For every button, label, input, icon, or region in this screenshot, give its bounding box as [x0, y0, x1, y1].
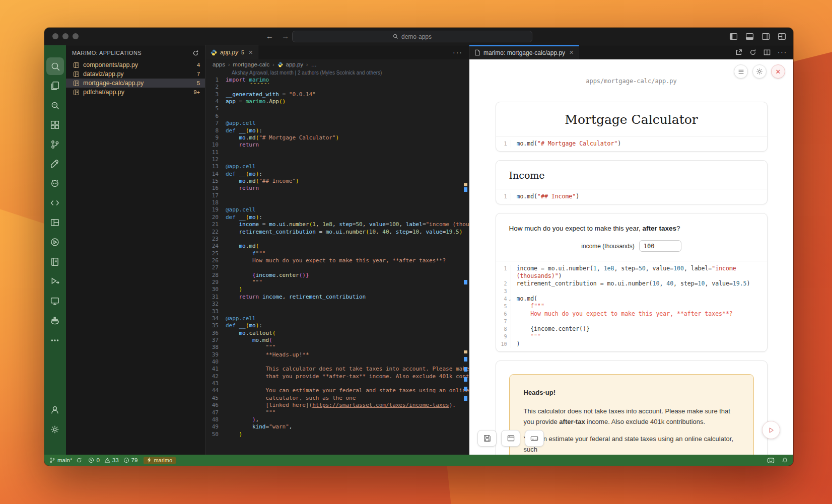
code-line[interactable]: 11	[205, 149, 469, 156]
breadcrumb-item[interactable]: app.py	[286, 61, 304, 67]
file-item[interactable]: mortgage-calc/app.py5	[66, 79, 205, 88]
code-line[interactable]: 6 How much do you expect to make this ye…	[496, 310, 767, 318]
git-branch-status[interactable]: main*	[49, 457, 82, 463]
code-line[interactable]: 4⌄mo.md(	[496, 295, 767, 303]
open-browser-button[interactable]	[501, 430, 520, 447]
command-center-search[interactable]: demo-apps	[292, 31, 532, 42]
code-line[interactable]: 23	[205, 236, 469, 243]
back-arrow-icon[interactable]: ←	[266, 32, 273, 40]
code-line[interactable]: 1import marimo	[205, 77, 469, 84]
window-zoom-button[interactable]	[73, 33, 79, 39]
split-editor-icon[interactable]	[764, 49, 771, 56]
activity-bar-item-rocket[interactable]	[46, 156, 64, 173]
cell-code[interactable]: 1mo.md("## Income")	[496, 189, 767, 204]
code-line[interactable]: 39 **Heads-up!**	[205, 351, 469, 358]
refresh-icon[interactable]	[749, 49, 756, 56]
cell-code[interactable]: 1income = mo.ui.number(1, 1e8, step=50, …	[496, 261, 767, 351]
code-line[interactable]: (thousands)")	[496, 272, 767, 280]
activity-bar-item-notebook[interactable]	[46, 253, 64, 271]
code-line[interactable]: 8def __(mo):	[205, 127, 469, 134]
tab-close-icon[interactable]: ✕	[569, 49, 574, 56]
code-line[interactable]: 7	[496, 318, 767, 325]
code-line[interactable]: 1mo.md("## Income")	[496, 193, 767, 200]
code-line[interactable]: 9 mo.md("# Mortgage Calculator")	[205, 134, 469, 141]
code-line[interactable]: 16 return	[205, 185, 469, 192]
file-item[interactable]: dataviz/app.py7	[66, 69, 205, 79]
code-line[interactable]: 48 ),	[205, 416, 469, 423]
marimo-status-badge[interactable]: marimo	[144, 457, 176, 464]
activity-bar-item-search[interactable]	[46, 57, 64, 75]
code-line[interactable]: 29 """	[205, 279, 469, 286]
code-line[interactable]: 28 {income.center()}	[205, 272, 469, 279]
code-line[interactable]: 3__generated_with = "0.0.14"	[205, 91, 469, 98]
cell-code[interactable]: 1mo.md("# Mortgage Calculator")	[496, 136, 767, 151]
code-line[interactable]: 35def __(mo):	[205, 322, 469, 329]
menu-icon[interactable]	[734, 64, 748, 79]
activity-bar-item-more[interactable]	[46, 332, 64, 349]
code-line[interactable]: 3	[496, 287, 767, 295]
save-button[interactable]	[477, 430, 497, 447]
window-close-button[interactable]	[52, 33, 58, 39]
breadcrumb-item[interactable]: apps	[213, 61, 225, 67]
activity-bar-item-blocks[interactable]	[46, 116, 64, 134]
activity-bar-item-pages[interactable]	[46, 77, 64, 95]
code-line[interactable]: 40	[205, 358, 469, 366]
activity-bar-item-arrows[interactable]	[46, 194, 64, 212]
code-line[interactable]: 1mo.md("# Mortgage Calculator")	[496, 140, 767, 148]
code-line[interactable]: 49 kind="warn",	[205, 423, 469, 430]
code-line[interactable]: 43	[205, 380, 469, 387]
code-line[interactable]: 8 {income.center()}	[496, 325, 767, 333]
code-line[interactable]: 44 You can estimate your federal and sta…	[205, 387, 469, 394]
activity-bar-item-zoom[interactable]	[46, 97, 64, 114]
code-line[interactable]: 50 )	[205, 431, 469, 438]
code-line[interactable]: 42 that you provide **after-tax** income…	[205, 373, 469, 380]
code-line[interactable]: 6	[205, 113, 469, 120]
toggle-secondary-sidebar-icon[interactable]	[761, 32, 770, 41]
code-line[interactable]: 2retirement_contribution = mo.ui.number(…	[496, 280, 767, 287]
code-line[interactable]: 30 )	[205, 286, 469, 293]
tab-marimo-preview[interactable]: marimo: mortgage-calc/app.py ✕	[469, 45, 579, 59]
more-actions-icon[interactable]: ···	[778, 48, 787, 56]
more-actions-icon[interactable]: ···	[447, 45, 469, 59]
code-line[interactable]: 1income = mo.ui.number(1, 1e8, step=50, …	[496, 265, 767, 272]
breadcrumb-item[interactable]: …	[311, 61, 317, 67]
code-line[interactable]: 17	[205, 192, 469, 199]
breadcrumb[interactable]: apps› mortgage-calc› app.py› …	[205, 59, 469, 69]
activity-bar-item-github[interactable]	[46, 175, 64, 192]
toggle-panel-icon[interactable]	[745, 32, 754, 41]
activity-bar-item-settings-gear[interactable]	[46, 421, 64, 439]
code-line[interactable]: 4app = marimo.App()	[205, 98, 469, 105]
code-line[interactable]: 47 """	[205, 409, 469, 416]
activity-bar-item-docker[interactable]	[46, 312, 64, 330]
activity-bar-item-account[interactable]	[46, 401, 64, 419]
code-line[interactable]: 38 """	[205, 344, 469, 351]
code-line[interactable]: 25 f"""	[205, 250, 469, 257]
code-line[interactable]: 18	[205, 199, 469, 206]
settings-gear-icon[interactable]	[752, 64, 767, 79]
code-line[interactable]: 10)	[496, 340, 767, 348]
code-line[interactable]: 14def __(mo):	[205, 171, 469, 178]
code-line[interactable]: 22 retirement_contribution = mo.ui.numbe…	[205, 229, 469, 236]
refresh-icon[interactable]	[192, 50, 199, 56]
activity-bar-item-layout[interactable]	[46, 214, 64, 232]
code-line[interactable]: 27	[205, 264, 469, 271]
activity-bar-item-run[interactable]	[46, 273, 64, 291]
code-line[interactable]: 9 """	[496, 333, 767, 340]
code-line[interactable]: 5	[205, 105, 469, 112]
code-line[interactable]: 7@app.cell	[205, 120, 469, 127]
code-line[interactable]: 26 How much do you expect to make this y…	[205, 257, 469, 264]
code-line[interactable]: 45 calculator, such as the one	[205, 395, 469, 402]
code-line[interactable]: 5 f"""	[496, 303, 767, 310]
code-line[interactable]: 2	[205, 84, 469, 91]
activity-bar-item-play-circle[interactable]	[46, 234, 64, 251]
code-line[interactable]: 21 income = mo.ui.number(1, 1e8, step=50…	[205, 221, 469, 228]
close-icon[interactable]: ✕	[771, 64, 785, 79]
code-editor[interactable]: Akshay Agrawal, last month | 2 authors (…	[205, 69, 469, 455]
code-line[interactable]: 24 mo.md(	[205, 243, 469, 250]
code-line[interactable]: 41 This calculator does not take taxes i…	[205, 366, 469, 373]
customize-layout-icon[interactable]	[778, 32, 786, 41]
code-line[interactable]: 10 return	[205, 141, 469, 149]
toggle-sidebar-icon[interactable]	[729, 32, 738, 41]
window-minimize-button[interactable]	[62, 33, 68, 39]
code-line[interactable]: 20def __(mo):	[205, 214, 469, 221]
